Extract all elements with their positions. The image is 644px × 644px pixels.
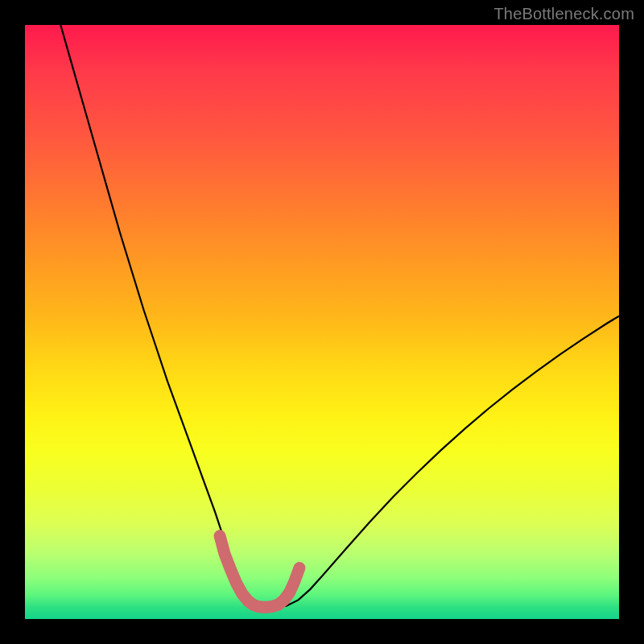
curve-layer	[25, 25, 619, 619]
accent-arc	[220, 536, 299, 608]
watermark-label: TheBottleneck.com	[493, 5, 634, 23]
bottleneck-curve	[60, 25, 619, 607]
chart-frame: TheBottleneck.com	[0, 0, 644, 644]
plot-area	[25, 25, 619, 619]
